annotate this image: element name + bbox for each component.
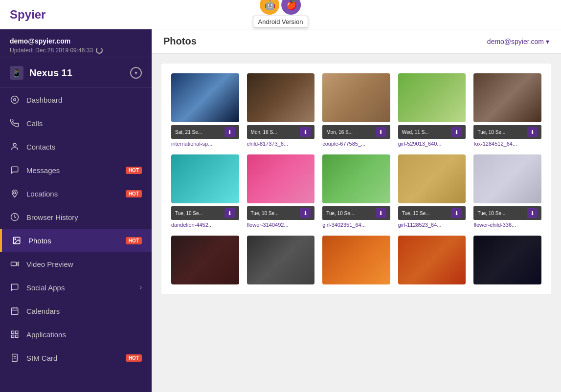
sidebar-item-sim-card[interactable]: SIM CardHOT	[0, 346, 152, 370]
sidebar-user-email: demo@spyier.com	[10, 37, 142, 45]
video-icon	[10, 259, 20, 269]
sidebar-item-calls[interactable]: Calls	[0, 111, 152, 135]
photo-date-bar: Tue, 10 Se...⬇	[473, 206, 541, 220]
photo-download-btn[interactable]: ⬇	[527, 127, 538, 137]
photo-thumbnail[interactable]	[398, 236, 466, 284]
main-layout: demo@spyier.com Updated: Dec 28 2019 09:…	[0, 29, 561, 392]
photo-thumbnail[interactable]	[171, 236, 239, 284]
photo-filename: fox-1284512_64...	[473, 141, 541, 147]
photo-thumbnail[interactable]	[473, 154, 541, 203]
sidebar-item-label-contacts: Contacts	[26, 143, 142, 151]
photo-thumbnail[interactable]	[473, 236, 541, 284]
arrow-social-apps: ›	[140, 284, 142, 291]
photo-download-btn[interactable]: ⬇	[376, 127, 386, 137]
sidebar-item-label-applications: Applications	[26, 330, 142, 339]
photo-date: Wed, 11 S...	[402, 130, 429, 135]
sidebar-item-label-calls: Calls	[26, 119, 142, 128]
sidebar-item-social-apps[interactable]: Social Apps›	[0, 276, 152, 299]
apple-icon-btn[interactable]: 🍎	[282, 0, 301, 15]
social-icon	[10, 283, 20, 292]
sidebar-item-label-browser-history: Browser History	[26, 213, 142, 221]
sidebar-device-selector[interactable]: 📱 Nexus 11 ▾	[0, 58, 152, 88]
photo-filename: flower-child-336...	[473, 222, 541, 228]
photo-date: Tue, 10 Se...	[326, 211, 354, 216]
calls-icon	[10, 118, 20, 128]
sidebar-item-video-preview[interactable]: Video Preview	[0, 252, 152, 276]
photo-date: Mon, 16 S...	[251, 130, 277, 135]
sidebar-item-label-locations: Locations	[26, 190, 117, 198]
sidebar-item-dashboard[interactable]: Dashboard	[0, 88, 152, 111]
sidebar-item-label-calendars: Calendars	[26, 307, 142, 315]
sidebar-item-calendars[interactable]: Calendars	[0, 299, 152, 323]
locations-icon	[10, 189, 20, 198]
photo-item: Tue, 10 Se...⬇flower-child-336...	[473, 154, 541, 228]
photo-item	[322, 236, 390, 284]
photo-date: Tue, 10 Se...	[477, 211, 505, 216]
photos-container[interactable]: Sat, 21 Se...⬇international-sp...Mon, 16…	[152, 54, 561, 392]
sidebar-item-label-social-apps: Social Apps	[26, 283, 133, 292]
badge-photos: HOT	[126, 237, 142, 244]
photo-filename: couple-677585_...	[322, 141, 390, 147]
android-version-tooltip: Android Version	[253, 16, 309, 28]
photo-download-btn[interactable]: ⬇	[376, 208, 386, 218]
content-header: Photos demo@spyier.com ▾	[152, 29, 561, 54]
messages-icon	[10, 165, 20, 175]
browser-icon	[10, 212, 20, 222]
photo-download-btn[interactable]: ⬇	[224, 127, 235, 137]
sidebar-item-locations[interactable]: LocationsHOT	[0, 182, 152, 205]
photo-thumbnail[interactable]	[398, 73, 466, 122]
photo-download-btn[interactable]: ⬇	[451, 208, 462, 218]
sidebar-item-applications[interactable]: Applications	[0, 323, 152, 346]
photo-item: Sat, 21 Se...⬇international-sp...	[171, 73, 239, 147]
photo-filename: dandelion-4452...	[171, 222, 239, 228]
calendar-icon	[10, 306, 20, 316]
photo-download-btn[interactable]: ⬇	[224, 208, 235, 218]
photo-date-bar: Wed, 11 S...⬇	[398, 125, 466, 139]
photo-thumbnail[interactable]	[322, 73, 390, 122]
photo-item: Tue, 10 Se...⬇dandelion-4452...	[171, 154, 239, 228]
photo-download-btn[interactable]: ⬇	[451, 127, 462, 137]
photo-thumbnail[interactable]	[247, 236, 315, 284]
android-icon-btn[interactable]: 🤖	[260, 0, 280, 15]
contacts-icon	[10, 142, 20, 152]
sidebar-item-label-messages: Messages	[26, 166, 117, 174]
photo-thumbnail[interactable]	[171, 154, 239, 203]
svg-rect-14	[16, 331, 18, 333]
svg-point-1	[14, 99, 16, 101]
photo-date-bar: Mon, 16 S...⬇	[247, 125, 315, 139]
photo-thumbnail[interactable]	[322, 154, 390, 203]
photo-date-bar: Mon, 16 S...⬇	[322, 125, 390, 139]
svg-point-2	[13, 143, 16, 146]
photo-filename: international-sp...	[171, 141, 239, 147]
sidebar-item-browser-history[interactable]: Browser History	[0, 205, 152, 229]
refresh-icon[interactable]	[96, 47, 103, 54]
photo-thumbnail[interactable]	[398, 154, 466, 203]
photo-download-btn[interactable]: ⬇	[300, 127, 311, 137]
brand-logo: Spyier	[10, 8, 45, 22]
photo-download-btn[interactable]: ⬇	[527, 208, 538, 218]
sidebar-item-label-dashboard: Dashboard	[26, 96, 142, 104]
photo-thumbnail[interactable]	[247, 154, 315, 203]
photo-thumbnail[interactable]	[247, 73, 315, 122]
photo-download-btn[interactable]: ⬇	[300, 208, 311, 218]
page-title: Photos	[163, 36, 197, 47]
photo-thumbnail[interactable]	[322, 236, 390, 284]
badge-locations: HOT	[126, 190, 142, 197]
photo-date: Mon, 16 S...	[326, 130, 353, 135]
sidebar-item-messages[interactable]: MessagesHOT	[0, 158, 152, 182]
sidebar-item-photos[interactable]: PhotosHOT	[0, 229, 152, 252]
photo-filename: girl-1128523_64...	[398, 222, 466, 228]
top-bar: Spyier 🤖 🍎 Android Version	[0, 0, 561, 29]
dashboard-icon	[10, 95, 20, 105]
photo-thumbnail[interactable]	[171, 73, 239, 122]
photo-item: Mon, 16 S...⬇child-817373_6...	[247, 73, 315, 147]
device-dropdown-btn[interactable]: ▾	[130, 67, 142, 79]
photo-item	[473, 236, 541, 284]
photo-thumbnail[interactable]	[473, 73, 541, 122]
photo-date: Tue, 10 Se...	[477, 130, 505, 135]
photo-date: Tue, 10 Se...	[402, 211, 430, 216]
main-content: Photos demo@spyier.com ▾ Sat, 21 Se...⬇i…	[152, 29, 561, 392]
photo-date-bar: Tue, 10 Se...⬇	[398, 206, 466, 220]
sidebar-item-contacts[interactable]: Contacts	[0, 135, 152, 158]
photo-item: Tue, 10 Se...⬇girl-3402351_64...	[322, 154, 390, 228]
